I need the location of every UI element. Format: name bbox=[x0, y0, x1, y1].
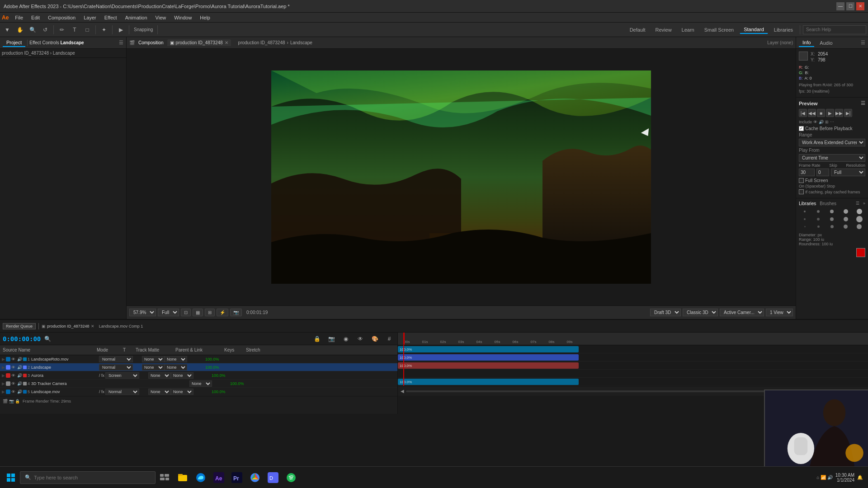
tool-play[interactable]: ▶ bbox=[115, 24, 126, 35]
menu-window[interactable]: Window bbox=[170, 14, 195, 21]
menu-composition[interactable]: Composition bbox=[44, 14, 79, 21]
menu-animation[interactable]: Animation bbox=[122, 14, 151, 21]
close-button[interactable]: ✕ bbox=[856, 2, 864, 10]
lib-expand[interactable]: » bbox=[863, 201, 865, 206]
tool-zoom[interactable]: 🔍 bbox=[27, 24, 38, 35]
skip-input[interactable]: 0 bbox=[816, 169, 829, 176]
panel-menu[interactable]: ☰ bbox=[119, 40, 123, 46]
layer-row-1[interactable]: ▶ 👁 🔊 1 LandscapeRoto.mov Normal None No… bbox=[0, 355, 397, 363]
layer-vis-5[interactable]: 👁 bbox=[11, 389, 15, 394]
layer-audio-2[interactable]: 🔊 bbox=[17, 365, 22, 370]
foreground-color[interactable] bbox=[856, 248, 865, 257]
comp-tab-close[interactable]: ✕ bbox=[225, 40, 228, 45]
frame-rate-input[interactable]: 30 bbox=[799, 169, 815, 176]
stop-btn[interactable]: ■ bbox=[817, 109, 825, 117]
render-mode-select[interactable]: Classic 3D bbox=[683, 309, 718, 316]
premiere-icon[interactable]: Pr bbox=[228, 469, 246, 487]
layer-mode-1[interactable]: Normal bbox=[99, 356, 133, 362]
layer-parent-3[interactable]: None bbox=[171, 372, 193, 379]
tool-hand[interactable]: ✋ bbox=[14, 24, 25, 35]
menu-layer[interactable]: Layer bbox=[80, 14, 100, 21]
comp-tab-close[interactable]: ✕ bbox=[91, 324, 94, 328]
effect-controls-label[interactable]: Effect Controls Landscape bbox=[29, 40, 84, 45]
menu-edit[interactable]: Edit bbox=[28, 14, 43, 21]
notification-icon[interactable]: 🔔 bbox=[857, 475, 863, 480]
after-effects-icon[interactable]: Ae bbox=[210, 469, 228, 487]
layer-track-5[interactable]: None bbox=[148, 389, 171, 395]
layer-expand-1[interactable]: ▶ bbox=[2, 357, 5, 361]
include-audio-btn[interactable]: 🔊 bbox=[819, 120, 824, 124]
tool-rotate[interactable]: ↺ bbox=[40, 24, 51, 35]
preview-menu[interactable]: ☰ bbox=[861, 100, 865, 106]
include-overlays-btn[interactable]: ⊞ bbox=[825, 120, 829, 124]
comp2-timeline-tab[interactable]: Landscape.mov Comp 1 bbox=[99, 324, 143, 328]
if-caching-checkbox[interactable] bbox=[799, 189, 804, 194]
task-view-btn[interactable] bbox=[156, 469, 174, 487]
search-help-input[interactable] bbox=[803, 25, 866, 34]
project-tab[interactable]: Project bbox=[3, 39, 25, 47]
pixel-aspect-btn[interactable]: ⊞ bbox=[205, 309, 215, 316]
include-more-btn[interactable]: ⋯ bbox=[830, 120, 834, 124]
layer-mode-3[interactable]: Screen bbox=[105, 372, 139, 379]
layer-parent-2[interactable]: None bbox=[165, 364, 187, 371]
tl-camera-btn[interactable]: 📷 bbox=[326, 333, 337, 344]
layer-audio-1[interactable]: 🔊 bbox=[17, 357, 22, 361]
audio-tab[interactable]: Audio bbox=[816, 39, 836, 47]
edge-icon[interactable] bbox=[192, 469, 210, 487]
comp-tab-main[interactable]: ▣ production ID_4873248 ✕ bbox=[167, 39, 231, 46]
go-last-btn[interactable]: ▶| bbox=[844, 109, 852, 117]
menu-effect[interactable]: Effect bbox=[101, 14, 121, 21]
workspace-libraries[interactable]: Libraries bbox=[770, 26, 797, 34]
breadcrumb-layer[interactable]: Landscape bbox=[290, 40, 312, 45]
search-btn[interactable]: 🔍 bbox=[44, 336, 51, 342]
layer-audio-4[interactable]: 🔊 bbox=[17, 381, 22, 386]
layer-mode-2[interactable]: Normal bbox=[99, 364, 133, 371]
discord-icon[interactable]: D bbox=[264, 469, 282, 487]
fast-preview-btn[interactable]: ⚡ bbox=[217, 309, 228, 316]
windows-button[interactable] bbox=[2, 469, 20, 487]
layer-expand-2[interactable]: ▶ bbox=[2, 365, 5, 370]
layer-vis-4[interactable]: 👁 bbox=[11, 381, 15, 386]
layer-parent-1[interactable]: None bbox=[165, 356, 187, 362]
workspace-default[interactable]: Default bbox=[626, 26, 650, 34]
play-from-select[interactable]: Current Time bbox=[799, 154, 865, 162]
tool-select[interactable]: ▼ bbox=[2, 24, 13, 35]
breadcrumb-comp[interactable]: production ID_4873248 bbox=[238, 40, 285, 45]
go-first-btn[interactable]: |◀ bbox=[799, 109, 807, 117]
workspace-learn[interactable]: Learn bbox=[678, 26, 698, 34]
include-video-btn[interactable]: 👁 bbox=[813, 120, 817, 124]
resolution-select[interactable]: Full bbox=[158, 309, 179, 316]
layer-track-2[interactable]: None bbox=[142, 364, 165, 371]
tool-shape[interactable]: □ bbox=[82, 24, 93, 35]
taskbar-search[interactable]: 🔍 Type here to search bbox=[20, 471, 156, 484]
layer-expand-4[interactable]: ▶ bbox=[2, 381, 5, 386]
camera-select[interactable]: Active Camer... bbox=[720, 309, 764, 316]
resolution-select[interactable]: Full bbox=[831, 169, 865, 176]
info-panel-menu[interactable]: ☰ bbox=[861, 40, 865, 46]
tl-lock-btn[interactable]: 🔒 bbox=[311, 333, 322, 344]
layer-parent-4[interactable]: None bbox=[189, 380, 212, 387]
step-fwd-btn[interactable]: ▶▶ bbox=[835, 109, 843, 117]
info-tab[interactable]: Info bbox=[799, 39, 814, 47]
viewer[interactable] bbox=[127, 49, 796, 305]
layer-expand-5[interactable]: ▶ bbox=[2, 389, 5, 394]
spotify-icon[interactable] bbox=[282, 469, 300, 487]
region-of-interest-btn[interactable]: ⊡ bbox=[181, 309, 191, 316]
layer-audio-3[interactable]: 🔊 bbox=[17, 373, 22, 378]
layer-track-3[interactable]: None bbox=[148, 372, 171, 379]
layer-row-3[interactable]: ▶ 👁 🔊 3 Aurora / fx Screen None None 100… bbox=[0, 371, 397, 380]
layer-expand-3[interactable]: ▶ bbox=[2, 373, 5, 378]
transparency-grid-btn[interactable]: ▦ bbox=[193, 309, 203, 316]
comp-timeline-tab[interactable]: ▣ production ID_4873248 ✕ bbox=[42, 324, 94, 328]
range-select[interactable]: Work Area Extended Current _ bbox=[799, 139, 865, 146]
menu-file[interactable]: File bbox=[11, 14, 27, 21]
step-back-btn[interactable]: ◀◀ bbox=[808, 109, 816, 117]
render-queue-tab[interactable]: Render Queue bbox=[3, 323, 36, 329]
layer-track-1[interactable]: None bbox=[142, 356, 165, 362]
menu-view[interactable]: View bbox=[152, 14, 170, 21]
system-icons[interactable]: ⌂ 📶 🔊 bbox=[816, 475, 833, 480]
tool-text[interactable]: T bbox=[69, 24, 80, 35]
workspace-review[interactable]: Review bbox=[651, 26, 676, 34]
fullscreen-checkbox[interactable] bbox=[799, 178, 804, 183]
layer-audio-5[interactable]: 🔊 bbox=[17, 389, 22, 394]
